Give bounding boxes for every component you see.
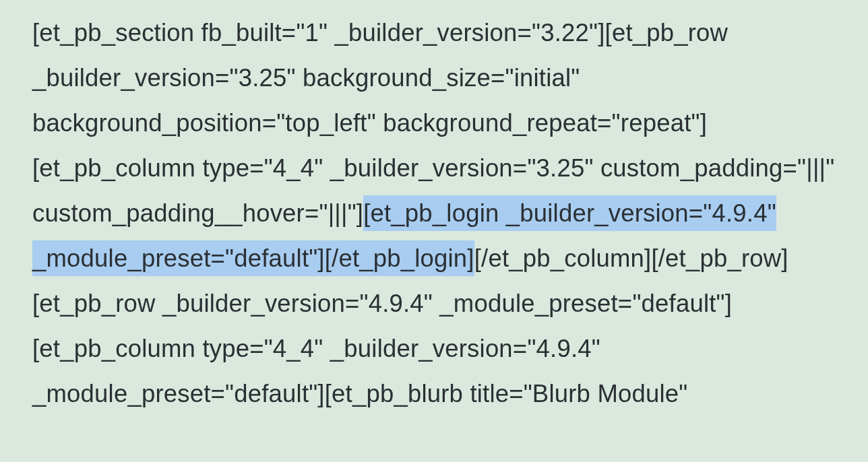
shortcode-text-block[interactable]: [et_pb_section fb_built="1" _builder_ver…: [32, 10, 836, 416]
